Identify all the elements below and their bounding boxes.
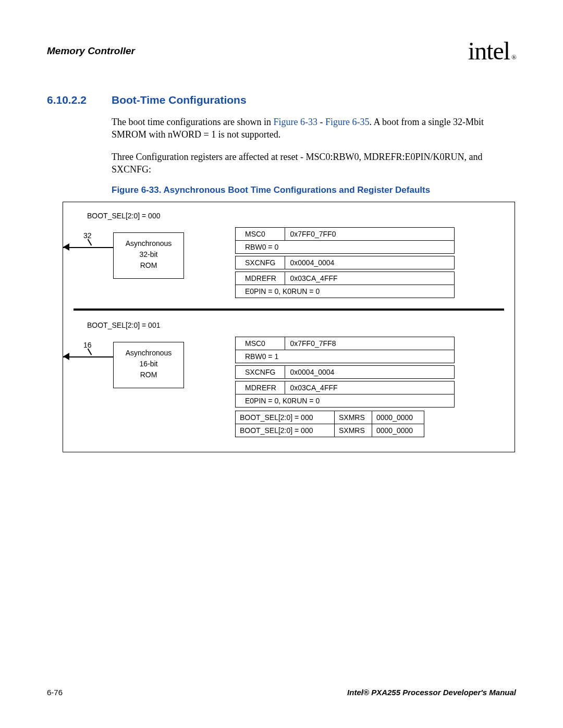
figure-link-633[interactable]: Figure 6-33 (273, 117, 317, 127)
table-row: MDREFR0x03CA_4FFF (236, 381, 455, 394)
section-title: Boot-Time Configurations (112, 94, 247, 106)
register-table-0: MSC00x7FF0_7FF0 RBW0 = 0 SXCNFG0x0004_00… (235, 227, 455, 298)
config-row-1: 16 Asynchronous 16-bit ROM MSC00x7FF0_7F… (79, 337, 499, 437)
bus-width-0: 32 (83, 231, 92, 240)
figure-box: BOOT_SEL[2:0] = 000 32 Asynchronous 32-b… (63, 202, 515, 452)
section-divider (74, 309, 504, 311)
page-footer: 6-76 Intel® PXA255 Processor Developer's… (47, 688, 516, 697)
bus-tick-icon (88, 239, 92, 246)
rom-box-0: Asynchronous 32-bit ROM (113, 232, 184, 279)
table-row: SXCNFG0x0004_0004 (236, 366, 455, 379)
rom-box-1: Asynchronous 16-bit ROM (113, 342, 184, 388)
manual-title: Intel® PXA255 Processor Developer's Manu… (347, 688, 516, 697)
bus-line (63, 247, 113, 248)
bus-line (63, 356, 113, 357)
paragraph-1: The boot time configurations are shown i… (112, 116, 516, 141)
bus-tick-icon (88, 349, 92, 355)
table-row: BOOT_SEL[2:0] = 000 SXMRS 0000_0000 (236, 424, 424, 437)
paragraph-2: Three Configuration registers are affect… (112, 151, 516, 176)
table-row: E0PIN = 0, K0RUN = 0 (236, 285, 455, 298)
page-header: Memory Controller intel® (47, 36, 516, 65)
table-row: MDREFR0x03CA_4FFF (236, 272, 455, 285)
register-table-1: MSC00x7FF0_7FF8 RBW0 = 1 SXCNFG0x0004_00… (235, 337, 455, 408)
page-number: 6-76 (47, 688, 63, 697)
chapter-title: Memory Controller (47, 45, 135, 57)
table-row: MSC00x7FF0_7FF0 (236, 228, 455, 241)
sxmrs-table: BOOT_SEL[2:0] = 000 SXMRS 0000_0000 BOOT… (235, 411, 424, 437)
section-heading: 6.10.2.2 Boot-Time Configurations (47, 94, 516, 106)
table-row: E0PIN = 0, K0RUN = 0 (236, 394, 455, 408)
bootsel-label-0: BOOT_SEL[2:0] = 000 (87, 212, 499, 220)
figure-link-635[interactable]: Figure 6-35 (325, 117, 370, 127)
bootsel-label-1: BOOT_SEL[2:0] = 001 (87, 321, 499, 329)
table-row: BOOT_SEL[2:0] = 000 SXMRS 0000_0000 (236, 411, 424, 424)
intel-logo: intel® (468, 36, 516, 65)
bus-width-1: 16 (83, 341, 92, 349)
section-number: 6.10.2.2 (47, 94, 97, 106)
bus-diagram-0: 32 Asynchronous 32-bit ROM (79, 227, 225, 279)
table-row: MSC00x7FF0_7FF8 (236, 337, 455, 350)
config-row-0: 32 Asynchronous 32-bit ROM MSC00x7FF0_7F… (79, 227, 499, 298)
bus-diagram-1: 16 Asynchronous 16-bit ROM (79, 337, 225, 388)
table-row: RBW0 = 1 (236, 350, 455, 363)
table-row: SXCNFG0x0004_0004 (236, 256, 455, 269)
table-row: RBW0 = 0 (236, 241, 455, 254)
figure-caption: Figure 6-33. Asynchronous Boot Time Conf… (112, 185, 516, 195)
